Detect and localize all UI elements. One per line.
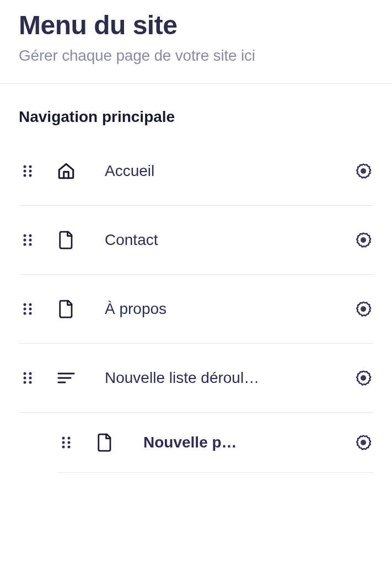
settings-button[interactable] bbox=[353, 299, 373, 319]
svg-point-25 bbox=[24, 381, 26, 384]
svg-point-37 bbox=[361, 440, 366, 445]
menu-item-contact[interactable]: Contact bbox=[19, 206, 373, 275]
svg-point-12 bbox=[29, 243, 32, 246]
menu-item-accueil[interactable]: Accueil bbox=[19, 137, 373, 206]
svg-point-20 bbox=[361, 306, 366, 312]
svg-point-26 bbox=[29, 381, 32, 384]
svg-point-5 bbox=[29, 174, 32, 177]
page-title: Menu du site bbox=[19, 10, 373, 40]
page-header: Menu du site Gérer chaque page de votre … bbox=[0, 0, 392, 84]
svg-point-10 bbox=[29, 239, 32, 242]
menu-list: Accueil Contact bbox=[0, 137, 392, 473]
gear-icon bbox=[355, 163, 372, 179]
svg-point-1 bbox=[29, 166, 32, 168]
svg-point-13 bbox=[361, 237, 366, 243]
svg-point-24 bbox=[29, 377, 32, 380]
menu-item-label: Accueil bbox=[105, 162, 353, 180]
svg-point-32 bbox=[68, 437, 71, 440]
svg-point-2 bbox=[24, 170, 26, 173]
svg-point-31 bbox=[62, 437, 65, 440]
svg-point-22 bbox=[29, 372, 32, 375]
svg-point-16 bbox=[24, 308, 26, 311]
file-icon bbox=[50, 299, 83, 319]
settings-button[interactable] bbox=[353, 368, 373, 388]
svg-point-9 bbox=[24, 239, 26, 242]
drag-handle-icon[interactable] bbox=[19, 233, 36, 247]
menu-item-label: À propos bbox=[105, 300, 353, 318]
settings-button[interactable] bbox=[353, 161, 373, 181]
svg-point-30 bbox=[361, 375, 366, 381]
menu-item-nouvelle-liste[interactable]: Nouvelle liste déroul… bbox=[19, 344, 373, 413]
svg-point-36 bbox=[68, 446, 71, 449]
svg-point-8 bbox=[29, 234, 32, 237]
svg-point-34 bbox=[68, 441, 71, 444]
section-title: Navigation principale bbox=[0, 84, 392, 137]
page-subtitle: Gérer chaque page de votre site ici bbox=[19, 47, 373, 65]
gear-icon bbox=[355, 232, 372, 248]
home-icon bbox=[50, 162, 83, 180]
file-icon bbox=[88, 433, 121, 452]
svg-point-0 bbox=[24, 166, 26, 168]
gear-icon bbox=[355, 370, 372, 386]
menu-item-nouvelle-page[interactable]: Nouvelle p… bbox=[57, 413, 373, 473]
list-icon bbox=[50, 371, 83, 385]
menu-item-label: Nouvelle p… bbox=[143, 434, 353, 451]
svg-point-19 bbox=[29, 312, 32, 315]
svg-point-21 bbox=[24, 372, 26, 375]
svg-point-15 bbox=[29, 303, 32, 306]
svg-point-23 bbox=[24, 377, 26, 380]
svg-point-33 bbox=[62, 441, 65, 444]
file-icon bbox=[50, 230, 83, 250]
svg-point-7 bbox=[24, 234, 26, 237]
drag-handle-icon[interactable] bbox=[19, 302, 36, 316]
svg-point-6 bbox=[361, 168, 366, 174]
svg-point-18 bbox=[24, 312, 26, 315]
svg-point-11 bbox=[24, 243, 26, 246]
svg-point-17 bbox=[29, 308, 32, 311]
settings-button[interactable] bbox=[353, 433, 373, 452]
svg-point-35 bbox=[62, 446, 65, 449]
gear-icon bbox=[355, 301, 372, 317]
menu-item-a-propos[interactable]: À propos bbox=[19, 275, 373, 344]
drag-handle-icon[interactable] bbox=[19, 164, 36, 178]
drag-handle-icon[interactable] bbox=[19, 371, 36, 385]
menu-item-label: Contact bbox=[105, 231, 353, 249]
menu-item-label: Nouvelle liste déroul… bbox=[105, 369, 353, 387]
gear-icon bbox=[355, 434, 372, 451]
svg-point-4 bbox=[24, 174, 26, 177]
drag-handle-icon[interactable] bbox=[57, 436, 75, 449]
svg-point-14 bbox=[24, 303, 26, 306]
svg-point-3 bbox=[29, 170, 32, 173]
settings-button[interactable] bbox=[353, 230, 373, 250]
